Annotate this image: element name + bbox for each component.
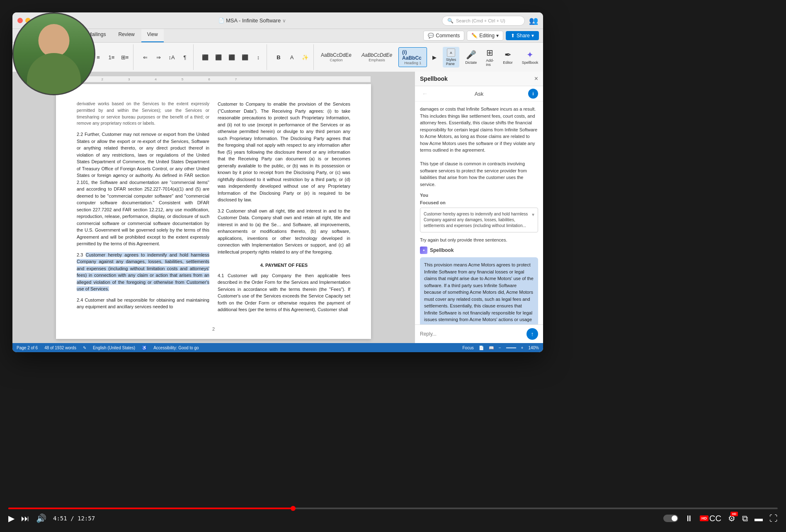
- comment-icon: 💬: [428, 33, 434, 39]
- section-3-2: 3.2 Customer shall own all right, title …: [218, 208, 350, 256]
- section-4-heading: 4. PAYMENT OF FEES: [218, 262, 350, 269]
- focused-on-text: Customer hereby agrees to indemnify and …: [424, 211, 530, 229]
- sort-btn[interactable]: ↕A: [166, 52, 177, 62]
- add-ins-btn[interactable]: ⊞ Add-ins: [483, 46, 497, 68]
- settings-btn[interactable]: ⚙ HD: [728, 513, 735, 523]
- status-bar: Page 2 of 6 48 of 1932 words ✎ English (…: [12, 343, 543, 352]
- panel-header: Spellbook ×: [415, 72, 543, 86]
- zoom-in-btn[interactable]: +: [521, 346, 524, 350]
- title-bar-right: 🔍 Search (Cmd + Ctrl + U) 👥: [442, 16, 538, 26]
- increase-indent-btn[interactable]: ⇒: [153, 52, 164, 62]
- subtitles-btn[interactable]: CC: [709, 514, 721, 523]
- align-group: ⬛ ⬛ ⬛ ⬛ ↕: [197, 44, 267, 70]
- tab-review[interactable]: Review: [112, 29, 140, 42]
- skip-forward-btn[interactable]: ⏭: [21, 514, 29, 523]
- language-text: English (United States): [93, 346, 135, 350]
- highlighted-indemnify-text: Customer hereby agrees to indemnify and …: [77, 252, 209, 292]
- left-column: derivative works based on the Services t…: [77, 101, 209, 317]
- font-color-btn[interactable]: A: [286, 52, 298, 62]
- hd-badge-group: HD CC: [700, 514, 721, 523]
- section-2-3: 2.3 Customer hereby agrees to indemnify …: [77, 251, 209, 293]
- hd-badge: HD: [700, 515, 708, 521]
- numbered-list-btn[interactable]: 1≡: [106, 52, 117, 62]
- line-spacing-btn[interactable]: ↕: [252, 52, 264, 62]
- progress-fill: [8, 508, 293, 509]
- align-left-btn[interactable]: ⬛: [199, 52, 211, 62]
- video-controls: ▶ ⏭ 🔊 4:51 / 12:57 ⏸ HD CC ⚙ HD ⧉ ▬: [0, 499, 786, 532]
- align-center-btn[interactable]: ⬛: [213, 52, 224, 62]
- style-presets: AaBbCcDdEe Caption AaBbCcDdEe Emphasis (…: [317, 47, 439, 67]
- right-tools: A Styles Pane 🎤 Dictate ⊞ Add-ins ✒ Edit…: [443, 46, 542, 68]
- search-bar[interactable]: 🔍 Search (Cmd + Ctrl + U): [442, 16, 525, 26]
- progress-bar[interactable]: [8, 508, 778, 509]
- multilevel-list-btn[interactable]: ⊞≡: [119, 52, 131, 62]
- bold-btn[interactable]: B: [273, 52, 284, 62]
- share-button[interactable]: ⬆ Share ▾: [506, 31, 539, 40]
- accessibility-indicator: ♿: [142, 346, 147, 350]
- spellbook-response: This provision means Acme Motors agrees …: [420, 257, 538, 324]
- you-label: You: [420, 193, 538, 198]
- share-icon: ⬆: [511, 33, 515, 39]
- reply-send-btn[interactable]: ↑: [526, 328, 538, 340]
- main-content: 1 2 3 4 5 6 7 derivative works based on …: [12, 72, 543, 343]
- zoom-out-btn[interactable]: −: [499, 346, 501, 350]
- volume-btn[interactable]: 🔊: [36, 513, 46, 523]
- play-button[interactable]: ▶: [8, 513, 15, 523]
- edit-icon: ✏️: [471, 33, 478, 39]
- reply-input[interactable]: [420, 331, 523, 337]
- ruler: 1 2 3 4 5 6 7: [56, 76, 371, 82]
- controls-row: ▶ ⏭ 🔊 4:51 / 12:57 ⏸ HD CC ⚙ HD ⧉ ▬: [8, 513, 778, 523]
- info-btn[interactable]: i: [528, 89, 538, 99]
- accessibility-text: Accessibility: Good to go: [153, 346, 199, 350]
- view-immersive-btn[interactable]: 📖: [489, 346, 494, 350]
- ask-btn[interactable]: Ask: [433, 91, 525, 97]
- style-caption[interactable]: AaBbCcDdEe Caption: [317, 50, 355, 64]
- panel-close-btn[interactable]: ×: [534, 75, 538, 82]
- zoom-slider[interactable]: ━━━━: [506, 346, 516, 350]
- section-2-4: 2.4 Customer shall be responsible for ob…: [77, 297, 209, 310]
- spellbook-btn[interactable]: ✦ Spellbook: [519, 48, 542, 66]
- view-layout-btn[interactable]: 📄: [479, 346, 484, 350]
- editing-button[interactable]: ✏️ Editing ▾: [467, 31, 503, 41]
- dictate-btn[interactable]: 🎤 Dictate: [462, 48, 480, 66]
- fullscreen-btn[interactable]: ⛶: [769, 514, 778, 523]
- focus-btn[interactable]: Focus: [463, 346, 474, 350]
- text-effect-btn[interactable]: ✨: [299, 52, 311, 62]
- more-styles-btn[interactable]: ▶: [429, 52, 439, 62]
- justify-btn[interactable]: ⬛: [239, 52, 251, 62]
- spellbook-badge: ✦ Spellbook: [420, 247, 538, 254]
- style-heading1[interactable]: (i) AaBbCc Heading 1: [398, 47, 427, 67]
- document-page[interactable]: derivative works based on the Services t…: [56, 84, 371, 339]
- miniplayer-btn[interactable]: ⧉: [742, 514, 748, 523]
- panel-back-btn[interactable]: ←: [420, 89, 430, 99]
- reply-box: ↑: [415, 324, 543, 343]
- show-marks-btn[interactable]: ¶: [179, 52, 191, 62]
- document-area[interactable]: 1 2 3 4 5 6 7 derivative works based on …: [12, 72, 415, 343]
- hd-toggle[interactable]: [663, 515, 678, 522]
- editor-btn[interactable]: ✒ Editor: [500, 48, 516, 66]
- webcam-overlay: [12, 12, 95, 95]
- spellbook-logo-icon: ✦: [420, 247, 427, 254]
- styles-pane-btn[interactable]: A Styles Pane: [443, 47, 460, 68]
- section-2-2: 2.2 Further, Customer may not remove or …: [77, 131, 209, 247]
- context-text: damages or costs that Infinite Software …: [420, 106, 538, 188]
- panel-nav: ← Ask i: [415, 86, 543, 102]
- page-number: 2: [77, 326, 350, 333]
- panel-body: damages or costs that Infinite Software …: [415, 102, 543, 324]
- spellbook-panel: Spellbook × ← Ask i damages or costs tha…: [415, 72, 543, 343]
- hd-toggle-group: [663, 515, 678, 522]
- share-people-icon[interactable]: 👥: [529, 16, 538, 25]
- focused-on-box[interactable]: Customer hereby agrees to indemnify and …: [420, 208, 538, 232]
- indent-group: ⇐ ⇒ ↕A ¶: [137, 44, 194, 70]
- play-pause-center-btn[interactable]: ⏸: [685, 514, 693, 523]
- comments-button[interactable]: 💬 Comments: [423, 31, 464, 41]
- derivative-text: derivative works based on the Services t…: [77, 101, 209, 127]
- tab-view[interactable]: View: [141, 29, 164, 42]
- decrease-indent-btn[interactable]: ⇐: [139, 52, 151, 62]
- align-right-btn[interactable]: ⬛: [226, 52, 238, 62]
- right-controls: ⏸ HD CC ⚙ HD ⧉ ▬ ⛶: [663, 513, 778, 523]
- theater-btn[interactable]: ▬: [754, 514, 763, 523]
- list-group: ≡ 1≡ ⊞≡: [90, 44, 133, 70]
- style-emphasis[interactable]: AaBbCcDdEe Emphasis: [358, 50, 396, 64]
- right-column: Customer to Company to enable the provis…: [218, 101, 350, 317]
